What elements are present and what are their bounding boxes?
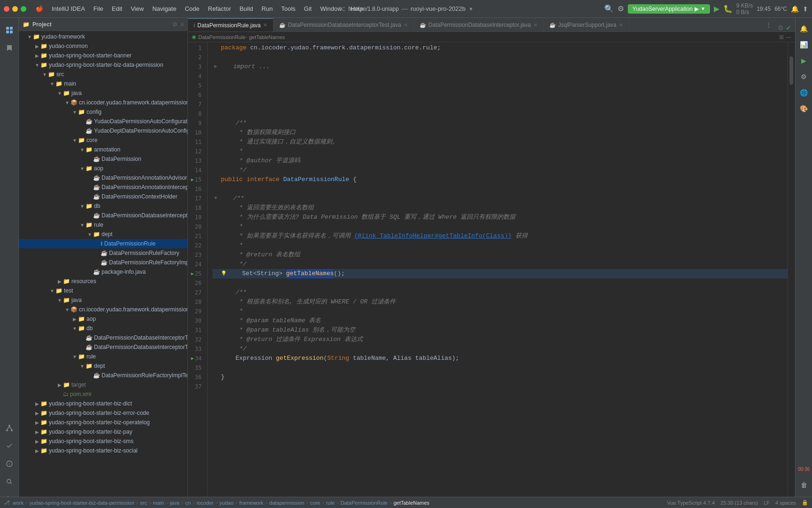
breadcrumb-item[interactable]: yudao-spring-boot-starter-biz-data-permi… — [30, 500, 134, 506]
notification-icon[interactable]: 🔔 — [791, 5, 799, 13]
menu-build[interactable]: Build — [236, 4, 257, 13]
tree-item[interactable]: ☕DataPermissionDatabaseInterceptor — [19, 211, 187, 220]
sidebar-icon-bookmark[interactable] — [1, 40, 18, 56]
debug-icon[interactable]: 🐛 — [723, 4, 733, 13]
tree-item[interactable]: ▼📁db — [19, 201, 187, 211]
tree-item[interactable]: ▼📦cn.iocoder.yudao.framework.datapermiss… — [19, 98, 187, 107]
menu-intellij[interactable]: IntelliJ IDEA — [48, 4, 89, 13]
apple-menu[interactable]: 🍎 — [32, 4, 47, 13]
fold-button[interactable]: ▶ — [214, 62, 217, 71]
expand-panel-icon[interactable]: ≡ — [180, 21, 184, 28]
tree-item[interactable]: ▶📁yudao-spring-boot-starter-banner — [19, 51, 187, 60]
sidebar-icon-todo[interactable] — [1, 437, 18, 454]
breadcrumb-item[interactable]: iocoder — [196, 500, 213, 506]
breadcrumb-item[interactable]: datapermission — [269, 500, 304, 506]
tree-item[interactable]: ▼📁annotation — [19, 145, 187, 154]
tab-check-icon[interactable]: ✓ — [786, 24, 791, 32]
gutter-run-icon[interactable]: ▶ — [191, 269, 194, 278]
tree-item[interactable]: ▼📁db — [19, 324, 187, 333]
tree-item[interactable]: ☕DataPermissionDatabaseInterceptorTest2.… — [19, 342, 187, 352]
tree-item[interactable]: ☕DataPermissionContextHolder — [19, 192, 187, 201]
tree-item[interactable]: ▼📁src — [19, 70, 187, 79]
tree-item[interactable]: 🗂pom.xml — [19, 389, 187, 399]
gutter-run-icon[interactable]: ▶ — [191, 354, 194, 363]
tab-jsqlparser[interactable]: ☕ JsqlParserSupport.java ✕ — [544, 18, 629, 32]
tree-item[interactable]: ▶📁yudao-spring-boot-starter-biz-pay — [19, 427, 187, 437]
tree-item[interactable]: ☕YudaoDataPermissionAutoConfiguration — [19, 117, 187, 126]
tree-item[interactable]: IDataPermissionRule — [19, 239, 187, 248]
indent-label[interactable]: 4 spaces — [775, 500, 796, 506]
settings-titlebar-icon[interactable]: ⚙ — [617, 4, 624, 13]
vcs-icon[interactable]: ⎇ — [4, 500, 10, 506]
tree-item[interactable]: ▼📁rule — [19, 352, 187, 361]
expand-icon-editor[interactable]: ⊞ — [779, 34, 784, 40]
tree-item[interactable]: ▶📁yudao-common — [19, 41, 187, 51]
tree-item[interactable]: ☕DataPermissionAnnotationAdvisor — [19, 173, 187, 183]
tree-item[interactable]: ▶📁yudao-spring-boot-starter-biz-dict — [19, 399, 187, 408]
browser-icon[interactable]: 🌐 — [797, 86, 811, 100]
tree-item[interactable]: ▼📁aop — [19, 164, 187, 173]
tree-item[interactable]: ▼📁main — [19, 79, 187, 88]
breadcrumb-item[interactable]: DataPermissionRule — [341, 500, 388, 506]
sidebar-icon-search[interactable] — [1, 473, 18, 490]
settings-right-icon[interactable]: ⚙ — [797, 70, 811, 84]
tree-item[interactable]: ▶📁target — [19, 380, 187, 389]
fold-button[interactable]: ▼ — [214, 194, 217, 203]
palette-icon[interactable]: 🎨 — [797, 102, 811, 116]
tree-item[interactable]: ☕DataPermissionAnnotationInterceptor — [19, 183, 187, 192]
tree-item[interactable]: ▶📁yudao-spring-boot-starter-biz-social — [19, 446, 187, 455]
tree-item[interactable]: ☕DataPermissionRuleFactory — [19, 248, 187, 258]
breadcrumb-item[interactable]: main — [153, 500, 164, 506]
tree-item[interactable]: ☕DataPermissionRuleFactoryImpl — [19, 258, 187, 267]
tree-item[interactable]: ▶📁resources — [19, 277, 187, 286]
breadcrumb-item[interactable]: cn — [185, 500, 191, 506]
run-right-icon[interactable]: ▶ — [797, 54, 811, 68]
breadcrumb-item[interactable]: core — [310, 500, 320, 506]
tree-item[interactable]: ▼📁config — [19, 107, 187, 117]
tree-item[interactable]: ▶📁yudao-spring-boot-starter-biz-operatel… — [19, 418, 187, 427]
tab-datapermissiondbtest[interactable]: ☕ DataPermissionDatabaseInterceptorTest.… — [273, 18, 414, 32]
tab-more[interactable]: ⋮ — [762, 18, 776, 32]
tree-item[interactable]: ☕YudaoDeptDataPermissionAutoConfigura... — [19, 126, 187, 135]
tree-item[interactable]: ▼📁test — [19, 286, 187, 295]
tree-item[interactable]: ▶📁aop — [19, 314, 187, 324]
share-icon[interactable]: ⬆ — [803, 5, 808, 13]
menu-file[interactable]: File — [90, 4, 107, 13]
tab-close-0[interactable]: ✕ — [263, 22, 267, 28]
tree-item[interactable]: ▼📁java — [19, 295, 187, 305]
breadcrumb-item[interactable]: src — [140, 500, 147, 506]
menu-edit[interactable]: Edit — [108, 4, 126, 13]
tree-item[interactable]: ▶📁yudao-spring-boot-starter-biz-sms — [19, 437, 187, 446]
tree-item[interactable]: ▼📁yudao-spring-boot-starter-biz-data-per… — [19, 60, 187, 70]
maximize-button[interactable] — [21, 6, 26, 12]
tab-close-2[interactable]: ✕ — [533, 22, 538, 28]
menu-code[interactable]: Code — [181, 4, 203, 13]
close-button[interactable] — [4, 6, 9, 12]
tab-settings-icon[interactable]: ⚙ — [778, 24, 784, 32]
breadcrumb-item[interactable]: java — [170, 500, 180, 506]
tab-datapermissiondb[interactable]: ☕ DataPermissionDatabaseInterceptor.java… — [414, 18, 544, 32]
run-config-button[interactable]: YudaoServerApplication ▶ ▼ — [628, 4, 710, 14]
breadcrumb-item[interactable]: rule — [326, 500, 335, 506]
scroll-indicator[interactable] — [789, 56, 793, 85]
sidebar-icon-structure[interactable] — [1, 420, 18, 437]
position-label[interactable]: 25:30 (13 chars) — [720, 500, 758, 506]
menu-refactor[interactable]: Refactor — [204, 4, 235, 13]
breadcrumb-interface[interactable]: getTableNames — [249, 34, 285, 40]
breadcrumb-item[interactable]: yudao — [219, 500, 234, 506]
branch-label[interactable]: feature/1.8.0-uniapp — [348, 6, 398, 12]
search-titlebar-icon[interactable]: 🔍 — [604, 4, 614, 13]
gear-icon[interactable]: ⚙ — [172, 21, 178, 28]
tree-item[interactable]: ☕package-info.java — [19, 267, 187, 277]
tree-item[interactable]: ☕DataPermissionRuleFactoryImplTest — [19, 371, 187, 380]
sidebar-icon-problems[interactable]: ! — [1, 455, 18, 472]
project-tree[interactable]: ▼📁yudao-framework▶📁yudao-common▶📁yudao-s… — [19, 31, 187, 508]
minimize-button[interactable] — [12, 6, 18, 12]
menu-git[interactable]: Git — [300, 4, 316, 13]
lightbulb-icon[interactable]: 💡 — [221, 269, 226, 278]
tree-item[interactable]: ▼📁core — [19, 135, 187, 145]
tree-item[interactable]: ☕DataPermissionDatabaseInterceptorTest — [19, 333, 187, 342]
clock-right-icon[interactable]: 00:36 — [797, 462, 811, 476]
tab-close-1[interactable]: ✕ — [404, 22, 408, 28]
tree-item[interactable]: ▼📁rule — [19, 220, 187, 230]
